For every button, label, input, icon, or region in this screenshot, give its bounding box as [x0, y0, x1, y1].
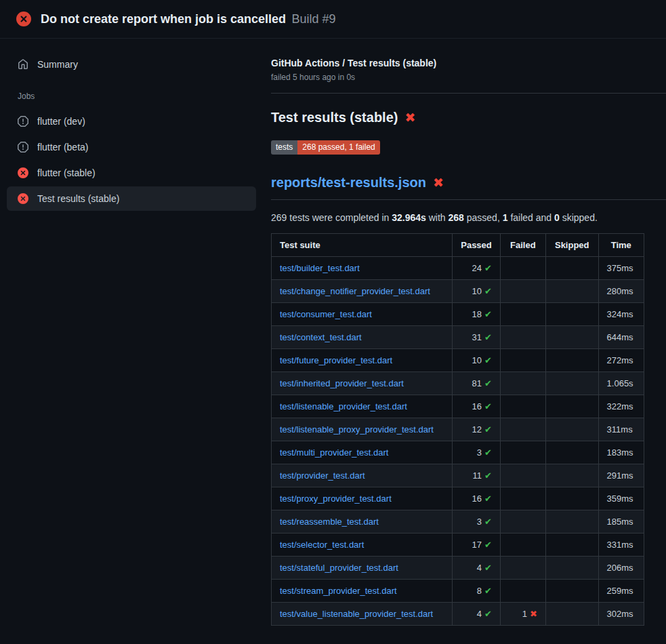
- summary-text: with: [426, 212, 449, 223]
- failed-cell: [500, 510, 545, 534]
- passed-cell: 8✔: [453, 580, 501, 603]
- time-cell: 375ms: [598, 257, 644, 280]
- table-row: test/future_provider_test.dart10✔272ms: [272, 349, 644, 372]
- run-header: Do not create report when job is cancell…: [0, 0, 666, 39]
- check-icon: ✔: [484, 309, 492, 319]
- summary-line: 269 tests were completed in 32.964s with…: [271, 212, 666, 223]
- test-suite-cell: test/provider_test.dart: [272, 464, 453, 487]
- sidebar-item-label: Test results (stable): [37, 193, 119, 204]
- test-suite-cell: test/inherited_provider_test.dart: [272, 372, 453, 395]
- section-title-text: Test results (stable): [271, 110, 398, 125]
- failed-cell: [500, 303, 545, 326]
- test-suite-cell: test/consumer_test.dart: [272, 303, 453, 326]
- table-row: test/change_notifier_provider_test.dart1…: [272, 280, 644, 303]
- failed-cell: [500, 441, 545, 464]
- results-table: Test suitePassedFailedSkippedTime test/b…: [271, 233, 644, 626]
- badge-value: 268 passed, 1 failed: [297, 140, 379, 155]
- failed-count: 1: [522, 609, 527, 619]
- test-suite-link[interactable]: test/value_listenable_provider_test.dart: [280, 609, 433, 619]
- test-suite-link[interactable]: test/context_test.dart: [280, 332, 362, 342]
- passed-count: 8: [477, 586, 482, 596]
- table-row: test/builder_test.dart24✔375ms: [272, 257, 644, 280]
- test-suite-link[interactable]: test/provider_test.dart: [280, 470, 365, 481]
- time-cell: 272ms: [598, 349, 644, 372]
- test-suite-link[interactable]: test/consumer_test.dart: [280, 309, 372, 319]
- test-suite-link[interactable]: test/multi_provider_test.dart: [280, 447, 388, 458]
- table-header-row: Test suitePassedFailedSkippedTime: [272, 234, 644, 257]
- test-suite-link[interactable]: test/stateful_provider_test.dart: [280, 563, 398, 573]
- passed-count: 81: [472, 378, 481, 388]
- sidebar-item-flutter-beta[interactable]: flutter (beta): [7, 135, 256, 159]
- passed-cell: 17✔: [453, 534, 501, 557]
- test-suite-cell: test/stream_provider_test.dart: [272, 580, 453, 603]
- passed-cell: 4✔: [453, 557, 501, 580]
- test-suite-link[interactable]: test/listenable_proxy_provider_test.dart: [280, 424, 434, 435]
- passed-cell: 10✔: [453, 280, 501, 303]
- table-row: test/reassemble_test.dart3✔185ms: [272, 510, 644, 534]
- test-suite-link[interactable]: test/reassemble_test.dart: [280, 517, 379, 527]
- test-suite-link[interactable]: test/inherited_provider_test.dart: [280, 378, 404, 388]
- test-suite-link[interactable]: test/change_notifier_provider_test.dart: [280, 286, 430, 296]
- failed-cell: [500, 534, 545, 557]
- results-table-body: test/builder_test.dart24✔375mstest/chang…: [272, 257, 644, 626]
- sidebar-summary-label: Summary: [37, 59, 78, 70]
- sidebar-item-label: flutter (beta): [37, 142, 88, 153]
- test-suite-link[interactable]: test/stream_provider_test.dart: [280, 586, 397, 596]
- tests-badge: tests 268 passed, 1 failed: [271, 140, 380, 155]
- column-header-time: Time: [598, 234, 644, 257]
- column-header-passed: Passed: [453, 234, 501, 257]
- test-suite-link[interactable]: test/builder_test.dart: [280, 263, 360, 273]
- column-header-test-suite: Test suite: [272, 234, 453, 257]
- divider: [271, 93, 666, 94]
- check-icon: ✔: [484, 540, 492, 550]
- test-suite-link[interactable]: test/future_provider_test.dart: [280, 355, 392, 365]
- skipped-cell: [545, 441, 598, 464]
- passed-count: 10: [472, 355, 481, 365]
- table-row: test/consumer_test.dart18✔324ms: [272, 303, 644, 326]
- failed-cell: [500, 395, 545, 418]
- skipped-cell: [545, 557, 598, 580]
- passed-cell: 16✔: [453, 395, 501, 418]
- test-suite-cell: test/proxy_provider_test.dart: [272, 487, 453, 510]
- sidebar-item-flutter-stable[interactable]: flutter (stable): [7, 161, 256, 185]
- report-title-link[interactable]: reports/test-results.json: [271, 175, 426, 190]
- summary-skipped-count: 0: [554, 212, 560, 223]
- sidebar-item-test-results-stable[interactable]: Test results (stable): [7, 186, 256, 211]
- x-circle-icon: [18, 193, 28, 204]
- sidebar-item-summary[interactable]: Summary: [7, 52, 256, 77]
- skipped-cell: [545, 395, 598, 418]
- skipped-cell: [545, 510, 598, 534]
- skipped-cell: [545, 464, 598, 487]
- table-row: test/context_test.dart31✔644ms: [272, 326, 644, 349]
- test-suite-cell: test/change_notifier_provider_test.dart: [272, 280, 453, 303]
- time-cell: 1.065s: [598, 372, 644, 395]
- cross-icon: ✖: [530, 609, 537, 619]
- table-row: test/stateful_provider_test.dart4✔206ms: [272, 557, 644, 580]
- time-cell: 185ms: [598, 510, 644, 534]
- stop-icon: [18, 116, 28, 127]
- sidebar-item-flutter-dev[interactable]: flutter (dev): [7, 109, 256, 134]
- time-cell: 331ms: [598, 534, 644, 557]
- skipped-cell: [545, 372, 598, 395]
- check-icon: ✔: [484, 586, 492, 596]
- passed-cell: 81✔: [453, 372, 501, 395]
- passed-count: 10: [472, 286, 481, 296]
- test-suite-link[interactable]: test/proxy_provider_test.dart: [280, 494, 392, 504]
- failed-cell: [500, 580, 545, 603]
- time-cell: 322ms: [598, 395, 644, 418]
- skipped-cell: [545, 349, 598, 372]
- table-row: test/listenable_proxy_provider_test.dart…: [272, 418, 644, 441]
- test-suite-link[interactable]: test/listenable_provider_test.dart: [280, 401, 407, 411]
- passed-cell: 10✔: [453, 349, 501, 372]
- column-header-skipped: Skipped: [545, 234, 598, 257]
- test-suite-link[interactable]: test/selector_test.dart: [280, 540, 364, 550]
- stop-icon: [18, 142, 28, 153]
- sidebar-item-label: flutter (stable): [37, 167, 96, 178]
- time-cell: 324ms: [598, 303, 644, 326]
- check-icon: ✔: [484, 378, 492, 388]
- time-cell: 291ms: [598, 464, 644, 487]
- check-icon: ✔: [484, 401, 492, 411]
- passed-cell: 4✔: [453, 603, 501, 626]
- skipped-cell: [545, 580, 598, 603]
- passed-count: 11: [472, 470, 482, 481]
